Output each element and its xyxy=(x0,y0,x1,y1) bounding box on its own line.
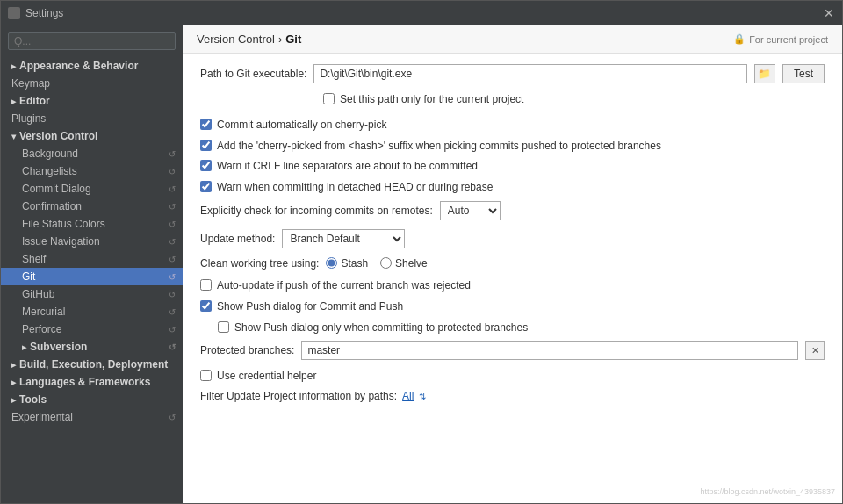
lock-icon: 🔒 xyxy=(733,33,746,45)
sidebar-item-confirmation[interactable]: Confirmation ↺ xyxy=(1,198,183,215)
sidebar-search-input[interactable] xyxy=(8,32,176,50)
sidebar-item-label: Git xyxy=(22,270,35,283)
reset-icon: ↺ xyxy=(169,167,176,176)
protected-input[interactable] xyxy=(301,341,798,360)
sidebar-item-label: GitHub xyxy=(22,288,54,300)
window-title: Settings xyxy=(25,7,63,19)
use-credential-label: Use credential helper xyxy=(217,369,316,384)
clear-protected-button[interactable]: ✕ xyxy=(805,341,825,360)
sidebar-item-version-control[interactable]: Version Control xyxy=(1,127,183,145)
sidebar-item-label: Plugins xyxy=(11,112,46,125)
incoming-commits-row: Explicitly check for incoming commits on… xyxy=(200,201,825,220)
sidebar-item-background[interactable]: Background ↺ xyxy=(1,145,183,162)
sidebar-item-mercurial[interactable]: Mercurial ↺ xyxy=(1,303,183,320)
sidebar-item-keymap[interactable]: Keymap xyxy=(1,75,183,92)
cb1-label: Commit automatically on cherry-pick xyxy=(217,118,386,133)
incoming-dropdown[interactable]: Auto Always Never xyxy=(440,201,501,220)
breadcrumb-separator: › xyxy=(278,32,282,46)
commit-cherry-pick-checkbox[interactable] xyxy=(200,119,212,130)
show-push-checkbox[interactable] xyxy=(200,300,212,312)
sidebar-item-editor[interactable]: Editor xyxy=(1,92,183,110)
auto-update-row: Auto-update if push of the current branc… xyxy=(200,278,825,293)
settings-window: Settings ✕ Appearance & Behavior Keymap … xyxy=(0,0,843,504)
sidebar-item-label: Experimental xyxy=(11,411,73,423)
watermark: https://blog.csdn.net/wotxin_43935837 xyxy=(700,487,835,496)
sidebar-item-changelists[interactable]: Changelists ↺ xyxy=(1,162,183,180)
show-push-sub-label: Show Push dialog only when committing to… xyxy=(234,320,528,335)
path-row: Path to Git executable: 📁 Test xyxy=(200,64,825,83)
sidebar-item-file-status-colors[interactable]: File Status Colors ↺ xyxy=(1,215,183,233)
sidebar-item-experimental[interactable]: Experimental ↺ xyxy=(1,408,183,426)
sidebar-item-shelf[interactable]: Shelf ↺ xyxy=(1,250,183,268)
settings-content: Path to Git executable: 📁 Test Set this … xyxy=(183,54,842,503)
title-bar: Settings ✕ xyxy=(1,1,842,25)
cb4-label: Warn when committing in detached HEAD or… xyxy=(217,180,493,195)
sidebar-item-tools[interactable]: Tools xyxy=(1,391,183,408)
clear-icon: ✕ xyxy=(811,345,819,356)
sidebar-item-github[interactable]: GitHub ↺ xyxy=(1,285,183,303)
warn-detached-head-checkbox[interactable] xyxy=(200,181,212,192)
sidebar-item-issue-navigation[interactable]: Issue Navigation ↺ xyxy=(1,233,183,250)
set-path-checkbox[interactable] xyxy=(323,93,335,104)
reset-icon: ↺ xyxy=(169,255,176,264)
reset-icon: ↺ xyxy=(169,290,176,299)
sidebar-item-build-execution[interactable]: Build, Execution, Deployment xyxy=(1,356,183,373)
sidebar-item-perforce[interactable]: Perforce ↺ xyxy=(1,320,183,338)
sidebar-item-plugins[interactable]: Plugins xyxy=(1,110,183,127)
update-method-dropdown[interactable]: Branch Default Merge Rebase xyxy=(282,229,405,248)
clean-tree-radios: Stash Shelve xyxy=(326,257,427,270)
sidebar-item-label: Build, Execution, Deployment xyxy=(19,358,168,371)
clean-tree-label: Clean working tree using: xyxy=(200,257,319,270)
use-credential-checkbox[interactable] xyxy=(200,370,212,381)
sidebar-item-label: Subversion xyxy=(30,341,87,353)
show-push-sub-row: Show Push dialog only when committing to… xyxy=(218,320,825,335)
sidebar-item-subversion[interactable]: Subversion ↺ xyxy=(1,338,183,356)
show-push-label: Show Push dialog for Commit and Push xyxy=(217,299,403,314)
protected-label: Protected branches: xyxy=(200,344,294,356)
sidebar-item-appearance[interactable]: Appearance & Behavior xyxy=(1,57,183,75)
radio-shelve-item: Shelve xyxy=(380,257,428,270)
cherry-picked-suffix-checkbox[interactable] xyxy=(200,140,212,151)
path-label: Path to Git executable: xyxy=(200,68,306,80)
sidebar-item-label: Commit Dialog xyxy=(22,183,91,195)
radio-stash[interactable] xyxy=(326,257,337,269)
sidebar-item-label: Shelf xyxy=(22,253,46,265)
close-button[interactable]: ✕ xyxy=(823,7,835,19)
radio-shelve[interactable] xyxy=(380,257,392,269)
breadcrumb-parent: Version Control xyxy=(197,32,275,46)
reset-icon: ↺ xyxy=(169,413,176,422)
sidebar-item-label: Appearance & Behavior xyxy=(19,60,138,72)
reset-icon: ↺ xyxy=(169,325,176,335)
sidebar-item-label: Background xyxy=(22,148,78,160)
sidebar-item-label: Perforce xyxy=(22,323,61,335)
filter-arrow-icon: ⇅ xyxy=(419,392,426,401)
sidebar-item-label: Editor xyxy=(19,95,50,107)
warn-crlf-checkbox[interactable] xyxy=(200,160,212,171)
show-push-sub-checkbox[interactable] xyxy=(218,321,229,333)
browse-button[interactable]: 📁 xyxy=(754,64,775,83)
protected-branches-row: Protected branches: ✕ xyxy=(200,341,825,360)
for-project-label: 🔒 For current project xyxy=(733,33,828,45)
sidebar-item-label: Keymap xyxy=(11,77,50,90)
reset-icon: ↺ xyxy=(169,220,176,229)
app-icon xyxy=(8,7,20,19)
reset-icon: ↺ xyxy=(169,237,176,247)
radio-stash-label: Stash xyxy=(341,257,368,270)
filter-row: Filter Update Project information by pat… xyxy=(200,390,825,402)
radio-shelve-label: Shelve xyxy=(395,257,428,270)
auto-update-checkbox[interactable] xyxy=(200,279,212,291)
set-path-row: Set this path only for the current proje… xyxy=(323,92,825,107)
checkbox1-row: Commit automatically on cherry-pick xyxy=(200,118,825,133)
main-content-area: Appearance & Behavior Keymap Editor Plug… xyxy=(1,25,842,503)
incoming-label: Explicitly check for incoming commits on… xyxy=(200,205,433,217)
sidebar-item-commit-dialog[interactable]: Commit Dialog ↺ xyxy=(1,180,183,198)
radio-stash-item: Stash xyxy=(326,257,368,270)
filter-value[interactable]: All xyxy=(402,390,414,402)
main-panel: Version Control › Git 🔒 For current proj… xyxy=(183,25,842,503)
test-button[interactable]: Test xyxy=(782,64,825,83)
checkbox4-row: Warn when committing in detached HEAD or… xyxy=(200,180,825,195)
git-path-input[interactable] xyxy=(313,64,747,83)
sidebar-item-git[interactable]: Git ↺ xyxy=(1,268,183,285)
cb2-label: Add the 'cherry-picked from <hash>' suff… xyxy=(217,139,661,154)
sidebar-item-languages-frameworks[interactable]: Languages & Frameworks xyxy=(1,373,183,391)
